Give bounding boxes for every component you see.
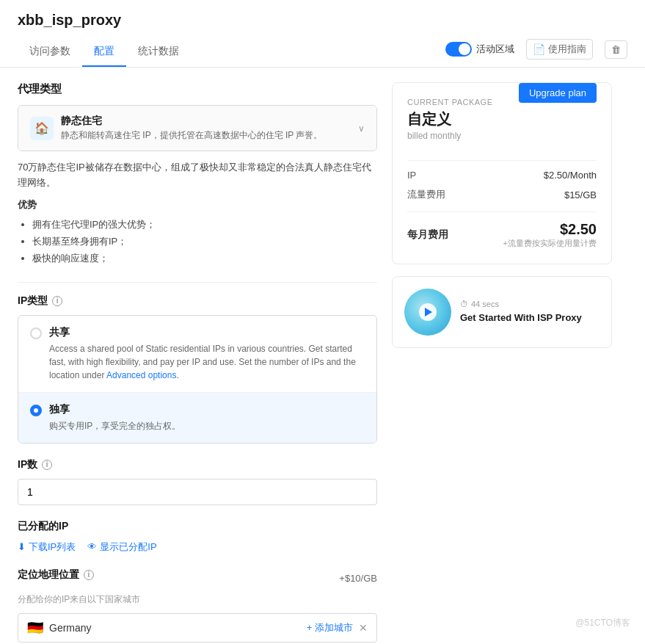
radio-option-dedicated[interactable]: 独享 购买专用IP，享受完全的独占权。 bbox=[18, 393, 376, 443]
assigned-ip-title: 已分配的IP bbox=[18, 520, 377, 533]
proxy-type-title: 代理类型 bbox=[18, 82, 377, 96]
package-header-row: 自定义 billed monthly Upgrade plan bbox=[407, 109, 597, 151]
proxy-type-desc-long: 70万静态住宅IP被储存在数据中心，组成了极快却又非常稳定的合法真人静态住宅代理… bbox=[18, 160, 377, 191]
advantage-item-3: 极快的响应速度； bbox=[32, 250, 377, 267]
ip-count-label: IP数 i bbox=[18, 458, 377, 471]
advantages-title: 优势 bbox=[18, 198, 377, 211]
assigned-ip-links: ⬇ 下载IP列表 👁 显示已分配IP bbox=[18, 540, 377, 554]
ip-type-info-icon[interactable]: i bbox=[52, 296, 62, 306]
country-name-germany: Germany bbox=[49, 622, 301, 634]
nav-right: 活动区域 📄 使用指南 🗑 bbox=[445, 39, 627, 65]
active-region-toggle[interactable] bbox=[445, 42, 472, 57]
ip-count-input[interactable] bbox=[18, 479, 377, 505]
video-title: Get Started With ISP Proxy bbox=[460, 311, 600, 325]
ip-type-title: IP类型 bbox=[18, 294, 48, 308]
proxy-type-name: 静态住宅 bbox=[61, 115, 322, 128]
radio-shared-desc: Access a shared pool of Static residenti… bbox=[49, 342, 365, 382]
clock-icon: ⏱ bbox=[460, 300, 468, 308]
tab-stats[interactable]: 统计数据 bbox=[126, 37, 191, 67]
app-title: xbb_isp_proxy bbox=[18, 12, 627, 29]
advantage-item-1: 拥有住宅代理IP的强大优势； bbox=[32, 216, 377, 233]
ip-type-radio-group: 共享 Access a shared pool of Static reside… bbox=[18, 315, 377, 444]
radio-dedicated-content: 独享 购买专用IP，享受完全的独占权。 bbox=[49, 403, 365, 433]
package-name: 自定义 bbox=[407, 109, 461, 129]
advantage-list: 拥有住宅代理IP的强大优势； 长期基至终身拥有IP； 极快的响应速度； bbox=[18, 216, 377, 267]
ip-count-section: IP数 i bbox=[18, 458, 377, 505]
ip-type-label: IP类型 i bbox=[18, 294, 377, 308]
monthly-amount: $2.50 bbox=[503, 221, 597, 238]
video-duration-text: 44 secs bbox=[471, 300, 499, 308]
eye-icon: 👁 bbox=[87, 541, 97, 552]
monthly-fee-row: 每月费用 $2.50 +流量费按实际使用量计费 bbox=[407, 211, 597, 249]
location-info-icon[interactable]: i bbox=[84, 570, 94, 580]
right-panel: CURRENT PACKAGE 自定义 billed monthly Upgra… bbox=[392, 82, 612, 644]
germany-flag-icon: 🇩🇪 bbox=[27, 620, 43, 636]
proxy-type-section: 代理类型 🏠 静态住宅 静态和能转高速住宅 IP，提供托管在高速数据中心的住宅 … bbox=[18, 82, 377, 267]
download-ip-list-button[interactable]: ⬇ 下载IP列表 bbox=[18, 540, 76, 554]
radio-shared-title: 共享 bbox=[49, 326, 365, 339]
location-price: +$10/GB bbox=[339, 573, 377, 584]
proxy-type-header[interactable]: 🏠 静态住宅 静态和能转高速住宅 IP，提供托管在高速数据中心的住宅 IP 声誉… bbox=[18, 106, 376, 151]
radio-option-shared[interactable]: 共享 Access a shared pool of Static reside… bbox=[18, 316, 376, 393]
radio-shared-content: 共享 Access a shared pool of Static reside… bbox=[49, 326, 365, 382]
country-row-germany: 🇩🇪 Germany + 添加城市 ✕ bbox=[18, 613, 377, 643]
left-panel: 代理类型 🏠 静态住宅 静态和能转高速住宅 IP，提供托管在高速数据中心的住宅 … bbox=[18, 82, 377, 644]
package-ip-row: IP $2.50/Month bbox=[407, 170, 597, 181]
tab-config[interactable]: 配置 bbox=[82, 37, 126, 67]
radio-dedicated[interactable] bbox=[30, 405, 42, 416]
package-billing: billed monthly bbox=[407, 131, 461, 141]
section-divider-1 bbox=[18, 282, 377, 283]
video-card[interactable]: ⏱ 44 secs Get Started With ISP Proxy bbox=[392, 276, 612, 348]
guide-button[interactable]: 📄 使用指南 bbox=[526, 39, 593, 59]
active-region-label: 活动区域 bbox=[476, 43, 514, 56]
guide-label: 使用指南 bbox=[548, 43, 586, 56]
proxy-type-desc-short: 静态和能转高速住宅 IP，提供托管在高速数据中心的住宅 IP 声誉。 bbox=[61, 129, 322, 142]
trash-icon: 🗑 bbox=[611, 44, 621, 55]
document-icon: 📄 bbox=[533, 43, 545, 55]
location-header: 定位地理位置 i +$10/GB bbox=[18, 568, 377, 589]
ip-count-info-icon[interactable]: i bbox=[42, 460, 52, 470]
tab-access[interactable]: 访问参数 bbox=[18, 37, 82, 67]
delete-button[interactable]: 🗑 bbox=[605, 40, 627, 59]
proxy-type-icon: 🏠 bbox=[30, 117, 54, 140]
location-title: 定位地理位置 bbox=[18, 568, 79, 582]
package-traffic-label: 流量费用 bbox=[407, 188, 445, 201]
proxy-type-info: 静态住宅 静态和能转高速住宅 IP，提供托管在高速数据中心的住宅 IP 声誉。 bbox=[61, 115, 322, 142]
download-icon: ⬇ bbox=[18, 541, 26, 552]
package-name-group: 自定义 billed monthly bbox=[407, 109, 461, 151]
package-traffic-row: 流量费用 $15/GB bbox=[407, 188, 597, 201]
video-info: ⏱ 44 secs Get Started With ISP Proxy bbox=[460, 300, 600, 325]
proxy-type-header-left: 🏠 静态住宅 静态和能转高速住宅 IP，提供托管在高速数据中心的住宅 IP 声誉… bbox=[30, 115, 322, 142]
assigned-ip-section: 已分配的IP ⬇ 下载IP列表 👁 显示已分配IP bbox=[18, 520, 377, 554]
package-ip-value: $2.50/Month bbox=[544, 170, 597, 181]
radio-shared[interactable] bbox=[30, 328, 42, 339]
ip-count-title: IP数 bbox=[18, 458, 37, 471]
proxy-advantages: 优势 拥有住宅代理IP的强大优势； 长期基至终身拥有IP； 极快的响应速度； bbox=[18, 198, 377, 267]
nav-tabs: 访问参数 配置 统计数据 bbox=[18, 37, 191, 67]
location-section: 定位地理位置 i +$10/GB 分配给你的IP来自以下国家城市 🇩🇪 Germ… bbox=[18, 568, 377, 644]
location-label: 定位地理位置 i bbox=[18, 568, 94, 582]
monthly-value-group: $2.50 +流量费按实际使用量计费 bbox=[503, 221, 597, 249]
monthly-label: 每月费用 bbox=[407, 228, 448, 242]
package-ip-label: IP bbox=[407, 170, 416, 181]
active-region-toggle-wrapper: 活动区域 bbox=[445, 42, 514, 57]
advanced-options-link[interactable]: Advanced options bbox=[106, 370, 176, 380]
ip-type-section: IP类型 i 共享 Access a shared pool of Static… bbox=[18, 294, 377, 444]
chevron-down-icon: ∨ bbox=[358, 123, 365, 134]
package-divider-1 bbox=[407, 160, 597, 161]
add-city-button[interactable]: + 添加城市 bbox=[307, 621, 353, 634]
radio-dedicated-desc: 购买专用IP，享受完全的独占权。 bbox=[49, 419, 365, 433]
remove-country-button[interactable]: ✕ bbox=[359, 622, 368, 634]
video-thumbnail bbox=[404, 289, 451, 336]
monthly-extra: +流量费按实际使用量计费 bbox=[503, 238, 597, 249]
upgrade-button[interactable]: Upgrade plan bbox=[519, 83, 597, 103]
location-hint: 分配给你的IP来自以下国家城市 bbox=[18, 593, 377, 606]
show-assigned-ip-button[interactable]: 👁 显示已分配IP bbox=[87, 540, 156, 554]
play-button[interactable] bbox=[419, 303, 437, 321]
advantage-item-2: 长期基至终身拥有IP； bbox=[32, 233, 377, 250]
radio-dedicated-title: 独享 bbox=[49, 403, 365, 416]
package-card: CURRENT PACKAGE 自定义 billed monthly Upgra… bbox=[392, 82, 612, 264]
video-duration: ⏱ 44 secs bbox=[460, 300, 600, 308]
package-traffic-value: $15/GB bbox=[564, 189, 597, 200]
proxy-type-card: 🏠 静态住宅 静态和能转高速住宅 IP，提供托管在高速数据中心的住宅 IP 声誉… bbox=[18, 105, 377, 151]
